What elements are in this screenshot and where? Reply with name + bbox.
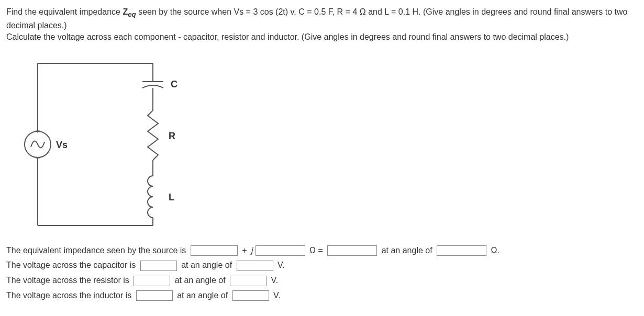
zeq-ohm-eq: Ω = xyxy=(307,243,326,258)
zeq-plus: + xyxy=(240,243,249,258)
problem-statement: Find the equivalent impedance Zeq seen b… xyxy=(6,6,638,43)
vres-end: V. xyxy=(269,273,278,288)
zeq-mag-input[interactable] xyxy=(327,245,377,256)
zeq-angle-txt: at an angle of xyxy=(379,243,435,258)
vind-pre: The voltage across the inductor is xyxy=(6,288,134,303)
zeq-pre: The equivalent impedance seen by the sou… xyxy=(6,243,188,258)
l-label: L xyxy=(169,192,174,202)
vind-end: V. xyxy=(271,288,281,303)
zeq-symbol: Zeq xyxy=(123,7,136,16)
vcap-mag-input[interactable] xyxy=(140,261,177,271)
vres-mag-input[interactable] xyxy=(134,276,170,286)
zeq-real-input[interactable] xyxy=(191,245,238,256)
c-label: C xyxy=(171,79,177,89)
vind-mag-input[interactable] xyxy=(136,290,173,301)
vcap-angle-input[interactable] xyxy=(237,261,273,271)
problem-line1-pre: Find the equivalent impedance xyxy=(6,7,123,16)
vres-pre: The voltage across the resistor is xyxy=(6,273,131,288)
zeq-answer-line: The equivalent impedance seen by the sou… xyxy=(6,243,638,258)
vcap-end: V. xyxy=(275,258,285,273)
j-symbol: j xyxy=(251,243,253,258)
vres-answer-line: The voltage across the resistor is at an… xyxy=(6,273,638,288)
problem-line2: Calculate the voltage across each compon… xyxy=(6,32,569,41)
vres-angle-txt: at an angle of xyxy=(172,273,228,288)
vcap-answer-line: The voltage across the capacitor is at a… xyxy=(6,258,638,273)
vind-answer-line: The voltage across the inductor is at an… xyxy=(6,288,638,303)
zeq-imag-input[interactable] xyxy=(256,245,305,256)
vind-angle-txt: at an angle of xyxy=(175,288,230,303)
zeq-ohm-end: Ω. xyxy=(488,243,499,258)
zeq-angle-input[interactable] xyxy=(437,245,486,256)
circuit-diagram: Vs C R L xyxy=(6,53,195,236)
r-label: R xyxy=(169,131,175,141)
vcap-pre: The voltage across the capacitor is xyxy=(6,258,138,273)
vres-angle-input[interactable] xyxy=(230,276,267,286)
vs-label: Vs xyxy=(56,140,68,150)
vind-angle-input[interactable] xyxy=(232,290,269,301)
vcap-angle-txt: at an angle of xyxy=(179,258,235,273)
answers-block: The equivalent impedance seen by the sou… xyxy=(6,243,638,303)
